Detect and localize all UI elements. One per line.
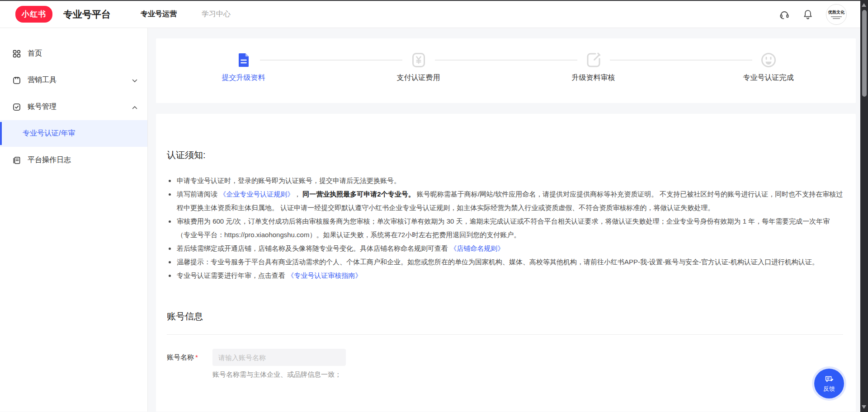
- notice-bold-text: 同一营业执照最多可申请2个专业号。: [302, 190, 415, 198]
- sidebar-item-label: 首页: [28, 49, 42, 58]
- bell-icon[interactable]: [802, 9, 813, 20]
- log-icon: [12, 156, 21, 165]
- notice-text: 申请专业号认证时，登录的账号即为认证账号，提交申请后无法更换账号。: [177, 177, 401, 184]
- review-icon: [585, 51, 603, 69]
- notice-text: 专业号认证需要进行年审，点击查看: [177, 272, 287, 279]
- notice-text: 若后续需绑定或开通店铺，店铺名称及头像将随专业号变化。具体店铺名称命名规则可查看: [177, 244, 450, 252]
- inline-link[interactable]: 《店铺命名规则》: [450, 244, 504, 252]
- smile-icon: [760, 51, 778, 69]
- sidebar-item-account-management[interactable]: 账号管理: [0, 94, 147, 120]
- sidebar-item-label: 专业号认证/年审: [23, 129, 75, 138]
- notice-item: 温馨提示：专业号服务于平台具有商业活动需求的个人、个体工商户和企业。如您或您所在…: [176, 255, 843, 269]
- sidebar-item-home[interactable]: 首页: [0, 40, 147, 67]
- top-header: 小红书 专业号平台 专业号运营 学习中心 优胜文化: [0, 1, 868, 28]
- scroll-up-arrow[interactable]: [862, 3, 866, 7]
- chevron-down-icon: [132, 76, 137, 84]
- notice-text: 温馨提示：专业号服务于平台具有商业活动需求的个人、个体工商户和企业。如您或您所在…: [177, 258, 819, 266]
- step-certification-complete: 专业号认证完成: [681, 51, 856, 103]
- sidebar-item-certification[interactable]: 专业号认证/年审: [0, 120, 147, 147]
- marketing-icon: [12, 76, 21, 85]
- feedback-icon: [824, 375, 834, 384]
- step-label: 专业号认证完成: [743, 73, 794, 83]
- account-info-title: 账号信息: [167, 310, 843, 323]
- certification-stepper: 提交升级资料 支付认证费用: [156, 38, 856, 103]
- notice-text: 填写前请阅读: [177, 190, 219, 198]
- sidebar-item-operation-log[interactable]: 平台操作日志: [0, 147, 147, 173]
- avatar-text: 优胜文化: [828, 9, 844, 15]
- document-icon: [235, 51, 253, 69]
- headset-icon[interactable]: [779, 9, 790, 20]
- account-name-input[interactable]: [212, 349, 346, 366]
- user-avatar[interactable]: 优胜文化: [826, 4, 847, 25]
- account-name-label: 账号名称*: [167, 349, 212, 366]
- section-divider: [167, 334, 843, 335]
- required-asterisk: *: [195, 353, 198, 361]
- sidebar-item-label: 平台操作日志: [28, 155, 71, 165]
- sidebar: 首页 营销工具 账号管理: [0, 28, 148, 412]
- avatar-decor-line: [833, 18, 840, 19]
- step-label: 提交升级资料: [222, 73, 265, 83]
- yuan-icon: [410, 51, 428, 69]
- notice-item: 填写前请阅读 《企业专业号认证规则》， 同一营业执照最多可申请2个专业号。 账号…: [176, 187, 843, 215]
- avatar-decor-line: [831, 16, 842, 17]
- notice-item: 审核费用为 600 元/次，订单支付成功后将由审核服务商为您审核；单次审核订单有…: [176, 215, 843, 242]
- page-title: 专业号平台: [63, 8, 111, 21]
- step-submit-materials: 提交升级资料: [156, 51, 331, 103]
- main-content: 提交升级资料 支付认证费用: [148, 28, 868, 412]
- nav-item-learning[interactable]: 学习中心: [202, 9, 231, 19]
- notice-item: 若后续需绑定或开通店铺，店铺名称及头像将随专业号变化。具体店铺名称命名规则可查看…: [176, 242, 843, 255]
- feedback-label: 反馈: [823, 385, 835, 393]
- scrollbar-thumb[interactable]: [862, 10, 867, 97]
- certification-card: 认证须知: 申请专业号认证时，登录的账号即为认证账号，提交申请后无法更换账号。填…: [156, 114, 856, 412]
- step-material-review: 升级资料审核: [506, 51, 681, 103]
- account-name-helper: 账号名称需与主体企业、或品牌信息一致；: [212, 370, 346, 379]
- header-right: 优胜文化: [779, 4, 847, 25]
- notice-item: 申请专业号认证时，登录的账号即为认证账号，提交申请后无法更换账号。: [176, 174, 843, 187]
- step-label: 支付认证费用: [397, 73, 440, 83]
- notice-list: 申请专业号认证时，登录的账号即为认证账号，提交申请后无法更换账号。填写前请阅读 …: [167, 174, 843, 282]
- inline-link[interactable]: 《专业号认证审核指南》: [287, 272, 362, 279]
- sidebar-item-marketing-tools[interactable]: 营销工具: [0, 67, 147, 94]
- sidebar-item-label: 营销工具: [28, 75, 57, 85]
- notice-text: ，: [294, 190, 302, 198]
- sidebar-item-label: 账号管理: [28, 102, 57, 112]
- grid-icon: [12, 49, 21, 58]
- step-label: 升级资料审核: [572, 73, 615, 83]
- chevron-up-icon: [132, 103, 137, 111]
- notice-title: 认证须知:: [167, 149, 843, 161]
- header-nav: 专业号运营 学习中心: [141, 9, 231, 19]
- notice-text: 审核费用为 600 元/次，订单支付成功后将由审核服务商为您审核；单次审核订单有…: [177, 217, 830, 239]
- notice-item: 专业号认证需要进行年审，点击查看 《专业号认证审核指南》: [176, 269, 843, 282]
- account-name-row: 账号名称* 账号名称需与主体企业、或品牌信息一致；: [167, 349, 843, 379]
- account-icon: [12, 103, 21, 112]
- nav-item-operation[interactable]: 专业号运营: [141, 9, 177, 19]
- step-pay-fee: 支付认证费用: [331, 51, 506, 103]
- scrollbar[interactable]: [860, 0, 868, 412]
- inline-link[interactable]: 《企业专业号认证规则》: [219, 190, 294, 198]
- feedback-button[interactable]: 反馈: [814, 369, 844, 398]
- scroll-down-arrow[interactable]: [862, 405, 866, 409]
- xiaohongshu-logo[interactable]: 小红书: [15, 6, 52, 23]
- account-name-field: 账号名称需与主体企业、或品牌信息一致；: [212, 349, 346, 379]
